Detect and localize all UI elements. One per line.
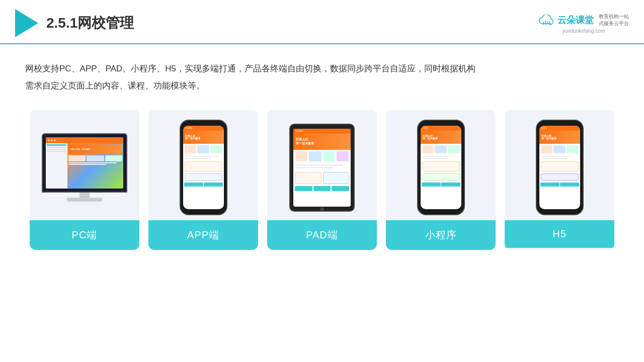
tablet-screen: 云朵课堂 职通人的第一堂兴趣课 xyxy=(293,129,351,207)
mini-phone-notch xyxy=(433,122,448,126)
dot1 xyxy=(48,139,50,141)
cloud-icon xyxy=(538,15,554,26)
pc-card: 职通人的第一堂兴趣课 xyxy=(30,110,139,250)
tablet-outer: 云朵课堂 职通人的第一堂兴趣课 xyxy=(289,124,355,212)
dot2 xyxy=(51,139,53,141)
play-triangle-icon xyxy=(15,9,38,37)
brand-tagline2: 式服务云平台 xyxy=(599,20,629,27)
h5-phone-screen: H5页面 职通人的第一堂兴趣课 xyxy=(539,126,580,209)
brand-area: 云朵课堂 教育机构一站 式服务云平台 yunduoketang.com xyxy=(538,13,629,34)
mini-mockup: 小程序 职通人的第一堂兴趣课 xyxy=(417,120,465,215)
pad-image-area: 云朵课堂 职通人的第一堂兴趣课 xyxy=(267,110,377,220)
mini-phone-outer: 小程序 职通人的第一堂兴趣课 xyxy=(417,120,465,215)
pc-label: PC端 xyxy=(30,220,139,250)
description-text: 网校支持PC、APP、PAD、小程序、H5，实现多端打通，产品各终端自由切换，数… xyxy=(25,60,619,95)
phone-notch xyxy=(196,122,211,126)
mini-card: 小程序 职通人的第一堂兴趣课 xyxy=(386,110,496,250)
app-image-area: 云朵课堂 职通人的第一堂兴趣课 xyxy=(148,110,258,220)
pad-mockup: 云朵课堂 职通人的第一堂兴趣课 xyxy=(289,124,355,212)
h5-mockup: H5页面 职通人的第一堂兴趣课 xyxy=(536,120,584,215)
h5-label: H5 xyxy=(505,220,614,248)
app-label: APP端 xyxy=(148,220,258,250)
page-header: 2.5.1网校管理 云朵课堂 教育机构一站 式服务云平台 yunduoketan… xyxy=(0,0,644,44)
phone-outer: 云朵课堂 职通人的第一堂兴趣课 xyxy=(180,120,227,215)
pc-stand-neck xyxy=(79,193,90,198)
description-area: 网校支持PC、APP、PAD、小程序、H5，实现多端打通，产品各终端自由切换，数… xyxy=(0,44,644,105)
pc-image-area: 职通人的第一堂兴趣课 xyxy=(30,110,139,220)
h5-card: H5页面 职通人的第一堂兴趣课 xyxy=(505,110,614,250)
pc-screen-outer: 职通人的第一堂兴趣课 xyxy=(42,133,127,193)
tablet-home-btn xyxy=(320,207,324,211)
pad-label: PAD端 xyxy=(267,220,377,250)
brand-url: yunduoketang.com xyxy=(562,28,605,34)
phone-screen: 云朵课堂 职通人的第一堂兴趣课 xyxy=(183,126,224,209)
cards-container: 职通人的第一堂兴趣课 xyxy=(0,105,644,250)
dot3 xyxy=(54,139,56,141)
app-card: 云朵课堂 职通人的第一堂兴趣课 xyxy=(148,110,258,250)
header-left: 2.5.1网校管理 xyxy=(15,9,134,37)
pc-mockup: 职通人的第一堂兴趣课 xyxy=(42,133,127,202)
app-mockup: 云朵课堂 职通人的第一堂兴趣课 xyxy=(180,120,227,215)
pc-screen-inner: 职通人的第一堂兴趣课 xyxy=(46,137,123,189)
h5-image-area: H5页面 职通人的第一堂兴趣课 xyxy=(505,110,614,220)
brand-name: 云朵课堂 xyxy=(557,14,594,26)
pc-nav-bar xyxy=(46,137,123,143)
h5-phone-outer: H5页面 职通人的第一堂兴趣课 xyxy=(536,120,584,215)
page-title: 2.5.1网校管理 xyxy=(46,14,134,33)
brand-tagline: 教育机构一站 xyxy=(599,13,629,20)
pad-card: 云朵课堂 职通人的第一堂兴趣课 xyxy=(267,110,377,250)
pc-stand-base xyxy=(67,198,102,202)
brand-logo: 云朵课堂 教育机构一站 式服务云平台 xyxy=(538,13,629,27)
mini-image-area: 小程序 职通人的第一堂兴趣课 xyxy=(386,110,496,220)
h5-phone-notch xyxy=(552,122,567,126)
mini-label: 小程序 xyxy=(386,220,496,250)
mini-phone-screen: 小程序 职通人的第一堂兴趣课 xyxy=(421,126,461,209)
